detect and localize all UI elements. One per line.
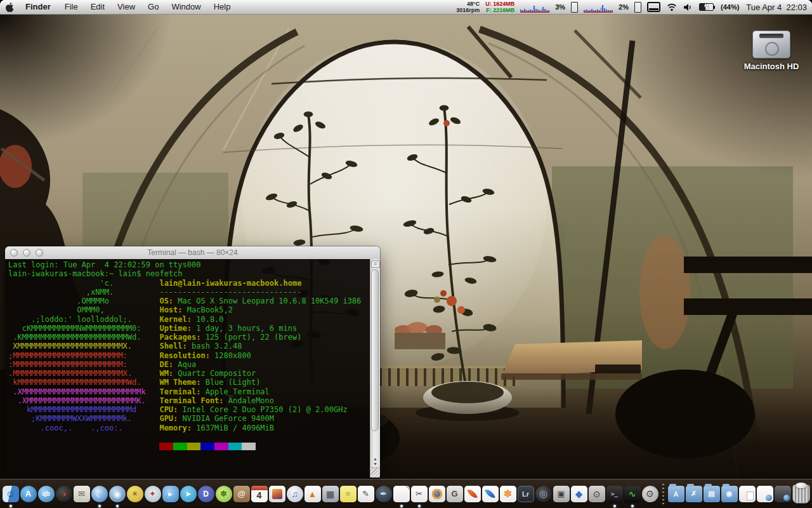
- finder-icon: ☺: [6, 488, 15, 499]
- dock-item-feather-blue-app[interactable]: [482, 486, 499, 502]
- zoom-button[interactable]: [36, 249, 43, 257]
- dock-item-dashboard[interactable]: ◑: [56, 486, 72, 502]
- dock-item-flower-app[interactable]: ✽: [500, 486, 516, 502]
- menu-edit[interactable]: Edit: [84, 0, 111, 14]
- dock-item-pen-tool[interactable]: ✒: [376, 486, 392, 502]
- battery-menu[interactable]: ↯: [699, 3, 715, 11]
- wifi-icon[interactable]: [666, 3, 678, 11]
- dock-item-photo-booth[interactable]: [429, 486, 445, 502]
- dock-item-stickies[interactable]: ≡: [340, 486, 357, 502]
- dock-item-safari[interactable]: ✦: [145, 486, 161, 502]
- address-book-icon: @: [237, 489, 246, 498]
- dock-item-terminal[interactable]: >_: [606, 486, 623, 502]
- dock-item-trash[interactable]: [792, 485, 810, 504]
- dock-item-browser-moon[interactable]: ☾: [91, 486, 108, 502]
- dock-item-itunes[interactable]: ♫: [287, 486, 303, 502]
- menu-window[interactable]: Window: [165, 0, 207, 14]
- resize-grip[interactable]: [370, 467, 380, 478]
- dock-item-folder-sites[interactable]: ◉: [721, 486, 738, 502]
- dock-item-spider-tool[interactable]: ✳: [127, 486, 143, 502]
- dock-item-lightroom[interactable]: Lr: [518, 486, 534, 502]
- cpu-history-graph-1[interactable]: [520, 2, 549, 13]
- dock-item-ical[interactable]: 4: [251, 486, 268, 502]
- menu-view[interactable]: View: [111, 0, 141, 14]
- dock-item-document-app[interactable]: [393, 486, 410, 502]
- close-button[interactable]: [10, 249, 18, 257]
- limewire-icon: ✽: [220, 489, 227, 498]
- terminal-line: [8, 469, 370, 478]
- dock-item-address-book[interactable]: @: [233, 486, 250, 502]
- ical-icon: 4: [257, 490, 262, 500]
- terminal-titlebar[interactable]: Terminal — bash — 80×24: [5, 246, 380, 260]
- dock-item-folder-applications[interactable]: A: [668, 486, 684, 502]
- terminal-content[interactable]: Last login: Tue Apr 4 22:02:59 on ttys00…: [5, 259, 380, 478]
- menu-help[interactable]: Help: [207, 0, 237, 14]
- dock-item-app-store[interactable]: A: [20, 486, 37, 502]
- dock-item-discord[interactable]: D: [198, 486, 214, 502]
- dock-item-stack-documents[interactable]: [739, 486, 756, 502]
- dock-item-limewire[interactable]: ✽: [216, 486, 232, 502]
- scrollbar-top-widget[interactable]: ≡: [371, 260, 380, 268]
- ansi-color-block: [173, 443, 187, 450]
- scrollbar[interactable]: ≡ ▲▼: [370, 259, 380, 468]
- terminal-line: ;MMMMMMMMMMMMMMMMMMMMMMMM:Resolution: 12…: [8, 351, 370, 360]
- displays-menu-icon[interactable]: [647, 2, 660, 12]
- terminal-text: Last login: Tue Apr 4 22:02:59 on ttys00…: [8, 260, 370, 478]
- dock-separator: [662, 484, 664, 504]
- dock-item-folder-utilities[interactable]: ✗: [686, 486, 702, 502]
- disk-utility-icon: ⊙: [593, 489, 601, 499]
- virtualbox-icon: ◆: [575, 488, 583, 500]
- dock-item-mail[interactable]: ✉: [74, 486, 90, 502]
- minimize-button[interactable]: [23, 249, 30, 257]
- dock-item-calculator[interactable]: ▦: [322, 486, 339, 502]
- scrollbar-thumb[interactable]: [371, 269, 379, 431]
- fan-speed: 3016rpm: [456, 7, 480, 13]
- mem-used: U: 1624MB: [485, 1, 514, 7]
- dock-item-folder-documents[interactable]: ▤: [704, 486, 720, 502]
- dock-item-image-editor[interactable]: ✂: [411, 486, 428, 502]
- dock-item-stack-dark-web[interactable]: [775, 486, 791, 502]
- battery-bolt-icon: ↯: [700, 1, 713, 11]
- dock-item-browser-globe[interactable]: ◉: [109, 486, 126, 502]
- menu-finder[interactable]: Finder: [19, 0, 58, 14]
- ansi-color-block: [187, 443, 201, 450]
- dock-item-telegram[interactable]: ➤: [180, 486, 197, 502]
- scrollbar-arrows[interactable]: ▲▼: [370, 457, 380, 467]
- dock-item-finder[interactable]: ☺: [3, 486, 19, 502]
- cpu-history-graph-2[interactable]: [584, 2, 613, 13]
- flower-app-icon: ✽: [504, 488, 512, 500]
- cpu-temp: 48°C: [467, 1, 480, 7]
- gimp-icon: G: [451, 489, 457, 498]
- dock-item-system-preferences[interactable]: ⚙: [642, 486, 658, 502]
- dock-item-activity-monitor[interactable]: ∿: [624, 486, 641, 502]
- dock-item-feather-red-app[interactable]: [464, 486, 481, 502]
- menu-bar-clock[interactable]: Tue Apr 4 22:03: [745, 3, 807, 12]
- volume-icon[interactable]: [683, 3, 693, 11]
- dock-item-qbittorrent[interactable]: qb: [38, 486, 55, 502]
- dock-item-gimp[interactable]: G: [447, 486, 463, 502]
- dock-item-photos[interactable]: [269, 486, 285, 502]
- dock-item-vlc[interactable]: ▲: [304, 486, 321, 502]
- running-indicator: [98, 505, 101, 507]
- terminal-line: .cooc,. .,coo:.Memory: 1637MiB / 4096MiB: [8, 424, 370, 432]
- terminal-line: .MMMMMMMMMMMMMMMMMMMMMMMMX.WM: Quartz Co…: [8, 369, 370, 378]
- cpu1-gauge-icon[interactable]: [571, 2, 578, 13]
- dock-item-disk-utility[interactable]: ⊙: [589, 486, 605, 502]
- folder-documents-icon: ▤: [708, 490, 714, 498]
- dock-item-camera-lens-app[interactable]: ◎: [535, 486, 552, 502]
- activity-monitor-icon: ∿: [629, 489, 636, 499]
- memory-widget[interactable]: U: 1624MB F: 2216MB: [485, 1, 514, 13]
- screen: FinderFileEditViewGoWindowHelp 48°C 3016…: [0, 0, 812, 508]
- ansi-color-block: [242, 443, 256, 450]
- dock-item-camera-app[interactable]: ▣: [553, 486, 570, 502]
- dock-item-virtualbox[interactable]: ◆: [571, 486, 587, 502]
- desktop-icon-macintosh-hd[interactable]: Macintosh HD: [741, 30, 802, 71]
- menu-file[interactable]: File: [58, 0, 84, 14]
- dock-item-video-chat[interactable]: ▸: [162, 486, 179, 502]
- dock-item-textedit[interactable]: ✎: [358, 486, 374, 502]
- dock-item-stack-web[interactable]: [757, 486, 773, 502]
- cpu2-gauge-icon[interactable]: [634, 2, 641, 13]
- menu-go[interactable]: Go: [141, 0, 165, 14]
- temp-fan-widget[interactable]: 48°C 3016rpm: [456, 1, 480, 13]
- cpu1-percent: 3%: [555, 3, 565, 11]
